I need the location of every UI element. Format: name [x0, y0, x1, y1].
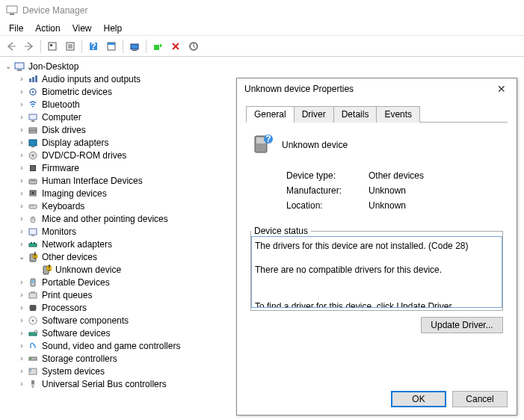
menu-help[interactable]: Help [98, 22, 129, 35]
svg-rect-43 [29, 229, 37, 235]
property-table: Device type:Other devices Manufacturer:U… [286, 170, 503, 215]
chevron-right-icon[interactable]: › [16, 354, 27, 362]
category-icon [27, 365, 39, 377]
value-device-type: Other devices [369, 170, 424, 185]
tree-item-label: Computer [42, 112, 81, 123]
chevron-right-icon[interactable]: › [16, 342, 27, 350]
tree-item-label: Audio inputs and outputs [42, 74, 141, 84]
chevron-right-icon[interactable]: › [16, 100, 27, 108]
view-button[interactable] [103, 38, 120, 55]
chevron-down-icon[interactable]: ⌄ [3, 62, 13, 70]
enable-device-button[interactable] [150, 38, 166, 55]
category-icon [27, 238, 39, 250]
category-icon [27, 353, 39, 365]
device-status-text[interactable] [251, 236, 502, 308]
svg-rect-71 [30, 371, 31, 371]
svg-rect-14 [154, 45, 159, 50]
chevron-right-icon[interactable]: › [16, 316, 27, 324]
svg-rect-72 [31, 380, 34, 384]
svg-rect-20 [35, 75, 37, 82]
tree-item-label: Disk drives [42, 125, 86, 135]
category-icon [27, 327, 39, 339]
svg-rect-3 [50, 44, 52, 46]
update-driver-button[interactable] [126, 38, 143, 55]
chevron-right-icon[interactable]: › [16, 380, 27, 388]
dialog-footer: OK Cancel [237, 383, 517, 415]
device-icon: ? [250, 133, 274, 157]
svg-rect-57 [31, 291, 35, 293]
tree-item-label: Software components [42, 315, 129, 326]
svg-rect-12 [131, 44, 138, 49]
chevron-right-icon[interactable]: › [16, 240, 27, 248]
svg-rect-61 [36, 306, 37, 307]
tree-root-label: Jon-Desktop [28, 61, 78, 72]
chevron-right-icon[interactable]: › [16, 329, 27, 337]
properties-button[interactable] [62, 38, 78, 55]
value-manufacturer: Unknown [369, 185, 406, 200]
category-icon [27, 86, 39, 98]
forward-button[interactable] [21, 38, 37, 55]
tab-general[interactable]: General [246, 106, 295, 123]
titlebar: Device Manager [0, 0, 524, 21]
help-button[interactable]: ? [85, 38, 102, 55]
tree-item-label: Network adapters [42, 239, 112, 250]
svg-text:?: ? [90, 41, 96, 52]
svg-rect-45 [29, 244, 37, 247]
chevron-right-icon[interactable]: › [16, 87, 27, 96]
device-status-group: Device status [250, 226, 503, 311]
ok-button[interactable]: OK [391, 391, 446, 407]
dialog-titlebar[interactable]: Unknown device Properties ✕ [237, 78, 517, 99]
chevron-right-icon[interactable]: › [16, 176, 27, 185]
svg-rect-58 [30, 305, 36, 311]
tab-driver[interactable]: Driver [294, 106, 334, 123]
chevron-right-icon[interactable]: › [16, 227, 27, 235]
svg-text:!: ! [48, 265, 50, 273]
chevron-right-icon[interactable]: › [16, 278, 27, 286]
menu-view[interactable]: View [67, 22, 98, 35]
chevron-down-icon[interactable]: ⌄ [16, 253, 27, 261]
chevron-right-icon[interactable]: › [16, 75, 27, 83]
separator [123, 40, 123, 53]
chevron-right-icon[interactable]: › [16, 189, 27, 197]
app-icon [6, 4, 18, 16]
category-icon [27, 73, 39, 85]
tree-item-label: Monitors [42, 226, 76, 237]
category-icon [27, 149, 39, 161]
chevron-right-icon[interactable]: › [16, 303, 27, 312]
close-button[interactable]: ✕ [494, 83, 509, 95]
uninstall-button[interactable] [167, 38, 184, 55]
tab-events[interactable]: Events [376, 106, 420, 123]
tab-details[interactable]: Details [333, 106, 377, 123]
tree-root[interactable]: ⌄ Jon-Desktop [3, 60, 524, 72]
chevron-right-icon[interactable]: › [16, 214, 27, 223]
properties-dialog: Unknown device Properties ✕ General Driv… [236, 78, 517, 416]
svg-rect-70 [30, 369, 31, 370]
svg-rect-24 [31, 120, 34, 122]
tree-item-label: Software devices [42, 328, 110, 339]
category-icon [27, 175, 39, 187]
chevron-right-icon[interactable]: › [16, 164, 27, 172]
chevron-right-icon[interactable]: › [16, 113, 27, 121]
tree-item-label: Human Interface Devices [42, 176, 143, 186]
tree-item-label: Universal Serial Bus controllers [42, 379, 167, 389]
tree-item-label: Mice and other pointing devices [42, 214, 168, 224]
chevron-right-icon[interactable]: › [16, 126, 27, 134]
chevron-right-icon[interactable]: › [16, 367, 27, 375]
cancel-button[interactable]: Cancel [452, 391, 508, 407]
toolbar: ? [0, 36, 524, 57]
back-button[interactable] [3, 38, 19, 55]
chevron-right-icon[interactable]: › [16, 291, 27, 299]
menu-action[interactable]: Action [29, 22, 66, 35]
svg-rect-60 [29, 308, 30, 309]
scan-hardware-button[interactable] [185, 38, 202, 55]
chevron-right-icon[interactable]: › [16, 151, 27, 159]
show-hidden-button[interactable] [44, 38, 61, 55]
category-icon [27, 111, 39, 123]
svg-rect-0 [7, 6, 17, 13]
svg-rect-59 [29, 306, 30, 307]
chevron-right-icon[interactable]: › [16, 202, 27, 210]
update-driver-dialog-button[interactable]: Update Driver... [421, 317, 503, 333]
menu-file[interactable]: File [3, 22, 29, 35]
chevron-right-icon[interactable]: › [16, 138, 27, 146]
device-name: Unknown device [282, 140, 348, 150]
